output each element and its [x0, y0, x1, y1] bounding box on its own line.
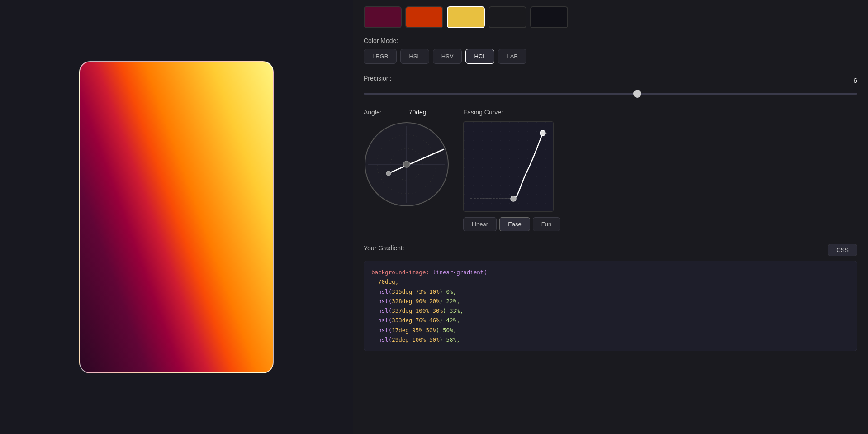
easing-ease-btn[interactable]: Ease: [499, 217, 530, 231]
precision-slider[interactable]: [364, 93, 857, 95]
svg-point-15: [511, 196, 516, 201]
mode-hsl[interactable]: HSL: [400, 49, 429, 64]
code-hsl1: hsl(: [371, 288, 392, 295]
your-gradient-label: Your Gradient:: [364, 244, 404, 252]
easing-curve-label: Easing Curve:: [463, 109, 857, 116]
code-angle: 70deg,: [371, 278, 398, 285]
right-panel: Color Mode: LRGB HSL HSV HCL LAB Precisi…: [353, 0, 868, 434]
angle-value: 70deg: [409, 109, 427, 116]
angle-dial-container[interactable]: [364, 121, 450, 207]
color-swatches-row: [364, 6, 857, 28]
swatch-2[interactable]: [405, 6, 443, 28]
css-copy-button[interactable]: CSS: [828, 244, 857, 256]
precision-slider-container: [364, 89, 857, 96]
swatch-1[interactable]: [364, 6, 402, 28]
your-gradient-section: Your Gradient: CSS background-image: lin…: [364, 244, 857, 351]
swatch-5[interactable]: [530, 6, 568, 28]
code-hsl2: hsl(: [371, 298, 392, 305]
code-hsl6: hsl(: [371, 336, 392, 343]
mode-lab[interactable]: LAB: [498, 49, 526, 64]
angle-dial-svg[interactable]: [364, 121, 450, 207]
code-hsl3: hsl(: [371, 307, 392, 314]
svg-point-14: [540, 130, 545, 136]
easing-curve-svg: [464, 122, 554, 212]
precision-label: Precision:: [364, 75, 391, 82]
precision-value: 6: [854, 77, 857, 84]
easing-section: Easing Curve:: [463, 109, 857, 231]
mode-lrgb[interactable]: LRGB: [364, 49, 397, 64]
swatch-4[interactable]: [489, 6, 526, 28]
left-panel: [0, 0, 353, 434]
svg-point-7: [386, 171, 391, 176]
code-hsl5: hsl(: [371, 327, 392, 334]
easing-fun-btn[interactable]: Fun: [533, 217, 560, 231]
gradient-preview: [79, 61, 274, 373]
angle-easing-row: Angle: 70deg: [364, 109, 857, 231]
angle-section: Angle: 70deg: [364, 109, 454, 207]
easing-buttons: Linear Ease Fun: [463, 217, 857, 231]
easing-linear-btn[interactable]: Linear: [463, 217, 497, 231]
svg-rect-9: [464, 122, 554, 212]
svg-point-6: [403, 161, 410, 167]
easing-curve-container[interactable]: [463, 121, 554, 212]
angle-header: Angle: 70deg: [364, 109, 454, 116]
color-mode-label: Color Mode:: [364, 37, 857, 44]
code-func: linear-gradient(: [432, 269, 487, 276]
precision-row: Precision: 6: [364, 75, 857, 86]
angle-label: Angle:: [364, 109, 382, 116]
swatch-3[interactable]: [447, 6, 485, 28]
color-mode-row: LRGB HSL HSV HCL LAB: [364, 49, 857, 64]
mode-hsv[interactable]: HSV: [433, 49, 462, 64]
mode-hcl[interactable]: HCL: [465, 49, 494, 64]
code-hsl4: hsl(: [371, 317, 392, 324]
code-block: background-image: linear-gradient( 70deg…: [364, 261, 857, 351]
your-gradient-header: Your Gradient: CSS: [364, 244, 857, 256]
code-prop: background-image:: [371, 269, 429, 276]
